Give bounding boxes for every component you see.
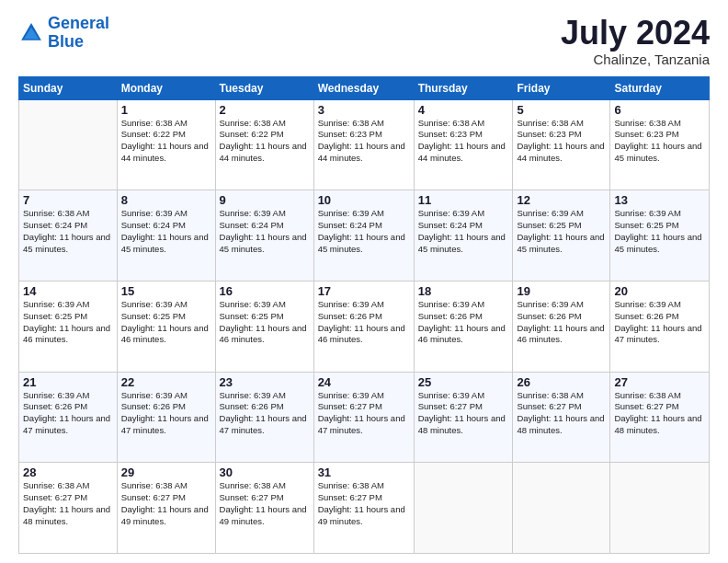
day-number: 23 — [220, 375, 310, 389]
col-wednesday: Wednesday — [313, 76, 414, 99]
day-cell-w5-d1: 28Sunrise: 6:38 AMSunset: 6:27 PMDayligh… — [19, 463, 118, 554]
day-number: 15 — [121, 284, 211, 298]
day-info: Sunrise: 6:39 AMSunset: 6:25 PMDaylight:… — [121, 299, 211, 346]
location-subtitle: Chalinze, Tanzania — [561, 52, 710, 67]
day-info: Sunrise: 6:39 AMSunset: 6:27 PMDaylight:… — [318, 390, 410, 437]
day-cell-w4-d6: 26Sunrise: 6:38 AMSunset: 6:27 PMDayligh… — [513, 372, 610, 463]
day-number: 19 — [517, 284, 606, 298]
day-cell-w2-d7: 13Sunrise: 6:39 AMSunset: 6:25 PMDayligh… — [610, 190, 710, 282]
col-friday: Friday — [513, 76, 610, 99]
day-number: 8 — [121, 193, 211, 207]
day-number: 10 — [318, 193, 410, 207]
day-info: Sunrise: 6:39 AMSunset: 6:26 PMDaylight:… — [220, 390, 310, 437]
day-cell-w4-d3: 23Sunrise: 6:39 AMSunset: 6:26 PMDayligh… — [215, 372, 313, 463]
day-cell-w4-d7: 27Sunrise: 6:38 AMSunset: 6:27 PMDayligh… — [610, 372, 710, 463]
day-cell-w1-d4: 3Sunrise: 6:38 AMSunset: 6:23 PMDaylight… — [313, 99, 414, 190]
page: General Blue July 2024 Chalinze, Tanzani… — [0, 0, 728, 563]
day-number: 27 — [614, 375, 705, 389]
day-cell-w2-d1: 7Sunrise: 6:38 AMSunset: 6:24 PMDaylight… — [19, 190, 118, 282]
day-cell-w4-d2: 22Sunrise: 6:39 AMSunset: 6:26 PMDayligh… — [117, 372, 215, 463]
day-info: Sunrise: 6:38 AMSunset: 6:23 PMDaylight:… — [614, 118, 705, 165]
day-info: Sunrise: 6:39 AMSunset: 6:24 PMDaylight:… — [121, 208, 211, 255]
day-cell-w2-d5: 11Sunrise: 6:39 AMSunset: 6:24 PMDayligh… — [414, 190, 513, 282]
day-info: Sunrise: 6:39 AMSunset: 6:26 PMDaylight:… — [121, 390, 211, 437]
day-info: Sunrise: 6:38 AMSunset: 6:27 PMDaylight:… — [220, 480, 310, 527]
day-cell-w3-d7: 20Sunrise: 6:39 AMSunset: 6:26 PMDayligh… — [610, 281, 710, 372]
day-info: Sunrise: 6:38 AMSunset: 6:27 PMDaylight:… — [614, 390, 705, 437]
col-sunday: Sunday — [19, 76, 118, 99]
col-thursday: Thursday — [414, 76, 513, 99]
day-cell-w1-d3: 2Sunrise: 6:38 AMSunset: 6:22 PMDaylight… — [215, 99, 313, 190]
day-info: Sunrise: 6:38 AMSunset: 6:23 PMDaylight:… — [418, 118, 509, 165]
day-number: 24 — [318, 375, 410, 389]
day-cell-w3-d6: 19Sunrise: 6:39 AMSunset: 6:26 PMDayligh… — [513, 281, 610, 372]
week-row-4: 21Sunrise: 6:39 AMSunset: 6:26 PMDayligh… — [19, 372, 710, 463]
day-info: Sunrise: 6:39 AMSunset: 6:26 PMDaylight:… — [23, 390, 113, 437]
col-tuesday: Tuesday — [215, 76, 313, 99]
logo-line1: General — [48, 14, 109, 32]
day-number: 1 — [121, 103, 211, 117]
day-info: Sunrise: 6:39 AMSunset: 6:24 PMDaylight:… — [220, 208, 310, 255]
day-cell-w5-d3: 30Sunrise: 6:38 AMSunset: 6:27 PMDayligh… — [215, 463, 313, 554]
month-title: July 2024 — [561, 15, 710, 52]
day-cell-w5-d2: 29Sunrise: 6:38 AMSunset: 6:27 PMDayligh… — [117, 463, 215, 554]
day-info: Sunrise: 6:39 AMSunset: 6:24 PMDaylight:… — [318, 208, 410, 255]
day-info: Sunrise: 6:39 AMSunset: 6:25 PMDaylight:… — [517, 208, 606, 255]
day-number: 3 — [318, 103, 410, 117]
logo: General Blue — [18, 15, 109, 52]
day-cell-w5-d4: 31Sunrise: 6:38 AMSunset: 6:27 PMDayligh… — [313, 463, 414, 554]
day-info: Sunrise: 6:38 AMSunset: 6:22 PMDaylight:… — [121, 118, 211, 165]
day-cell-w2-d4: 10Sunrise: 6:39 AMSunset: 6:24 PMDayligh… — [313, 190, 414, 282]
logo-text: General Blue — [48, 15, 109, 52]
day-cell-w5-d5 — [414, 463, 513, 554]
col-monday: Monday — [117, 76, 215, 99]
day-info: Sunrise: 6:39 AMSunset: 6:26 PMDaylight:… — [614, 299, 705, 346]
day-number: 29 — [121, 465, 211, 479]
day-cell-w3-d4: 17Sunrise: 6:39 AMSunset: 6:26 PMDayligh… — [313, 281, 414, 372]
day-number: 9 — [220, 193, 310, 207]
day-cell-w4-d5: 25Sunrise: 6:39 AMSunset: 6:27 PMDayligh… — [414, 372, 513, 463]
week-row-3: 14Sunrise: 6:39 AMSunset: 6:25 PMDayligh… — [19, 281, 710, 372]
day-number: 14 — [23, 284, 113, 298]
day-number: 26 — [517, 375, 606, 389]
day-info: Sunrise: 6:38 AMSunset: 6:23 PMDaylight:… — [318, 118, 410, 165]
calendar-header-row: Sunday Monday Tuesday Wednesday Thursday… — [19, 76, 710, 99]
day-cell-w5-d7 — [610, 463, 710, 554]
day-number: 31 — [318, 465, 410, 479]
day-cell-w1-d2: 1Sunrise: 6:38 AMSunset: 6:22 PMDaylight… — [117, 99, 215, 190]
day-number: 5 — [517, 103, 606, 117]
logo-icon — [18, 20, 44, 46]
day-number: 4 — [418, 103, 509, 117]
day-info: Sunrise: 6:39 AMSunset: 6:25 PMDaylight:… — [23, 299, 113, 346]
day-number: 25 — [418, 375, 509, 389]
day-cell-w3-d1: 14Sunrise: 6:39 AMSunset: 6:25 PMDayligh… — [19, 281, 118, 372]
day-cell-w2-d6: 12Sunrise: 6:39 AMSunset: 6:25 PMDayligh… — [513, 190, 610, 282]
day-number: 20 — [614, 284, 705, 298]
header: General Blue July 2024 Chalinze, Tanzani… — [18, 15, 710, 67]
day-number: 18 — [418, 284, 509, 298]
day-number: 6 — [614, 103, 705, 117]
day-info: Sunrise: 6:39 AMSunset: 6:25 PMDaylight:… — [220, 299, 310, 346]
day-number: 17 — [318, 284, 410, 298]
col-saturday: Saturday — [610, 76, 710, 99]
day-info: Sunrise: 6:38 AMSunset: 6:22 PMDaylight:… — [220, 118, 310, 165]
day-info: Sunrise: 6:38 AMSunset: 6:27 PMDaylight:… — [517, 390, 606, 437]
week-row-5: 28Sunrise: 6:38 AMSunset: 6:27 PMDayligh… — [19, 463, 710, 554]
day-cell-w1-d6: 5Sunrise: 6:38 AMSunset: 6:23 PMDaylight… — [513, 99, 610, 190]
day-info: Sunrise: 6:38 AMSunset: 6:24 PMDaylight:… — [23, 208, 113, 255]
day-cell-w4-d1: 21Sunrise: 6:39 AMSunset: 6:26 PMDayligh… — [19, 372, 118, 463]
calendar: Sunday Monday Tuesday Wednesday Thursday… — [18, 76, 710, 554]
day-info: Sunrise: 6:39 AMSunset: 6:24 PMDaylight:… — [418, 208, 509, 255]
day-info: Sunrise: 6:38 AMSunset: 6:23 PMDaylight:… — [517, 118, 606, 165]
day-info: Sunrise: 6:39 AMSunset: 6:26 PMDaylight:… — [418, 299, 509, 346]
day-number: 2 — [220, 103, 310, 117]
day-number: 11 — [418, 193, 509, 207]
day-info: Sunrise: 6:38 AMSunset: 6:27 PMDaylight:… — [121, 480, 211, 527]
day-info: Sunrise: 6:39 AMSunset: 6:27 PMDaylight:… — [418, 390, 509, 437]
day-cell-w1-d1 — [19, 99, 118, 190]
day-cell-w5-d6 — [513, 463, 610, 554]
day-info: Sunrise: 6:39 AMSunset: 6:26 PMDaylight:… — [318, 299, 410, 346]
day-cell-w3-d2: 15Sunrise: 6:39 AMSunset: 6:25 PMDayligh… — [117, 281, 215, 372]
day-cell-w3-d3: 16Sunrise: 6:39 AMSunset: 6:25 PMDayligh… — [215, 281, 313, 372]
day-info: Sunrise: 6:39 AMSunset: 6:26 PMDaylight:… — [517, 299, 606, 346]
